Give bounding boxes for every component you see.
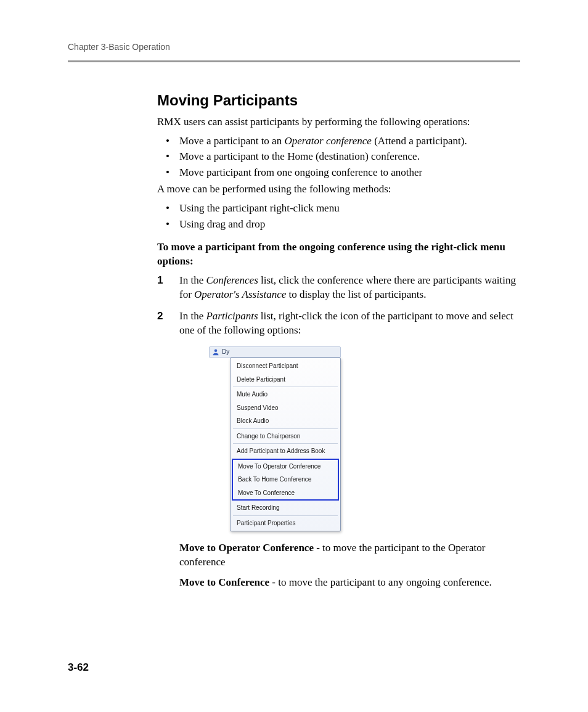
header-rule: [68, 60, 520, 62]
context-menu-figure: Dy Disconnect Participant Delete Partici…: [209, 346, 341, 531]
step-number: 1: [157, 274, 163, 288]
menu-item-suspend-video[interactable]: Suspend Video: [231, 401, 340, 415]
text-italic: Operator's Assistance: [194, 288, 286, 300]
menu-item-move-conference[interactable]: Move To Conference: [233, 486, 338, 500]
text: (Attend a participant).: [372, 135, 467, 147]
methods-list: Using the participant right-click menu U…: [157, 200, 520, 232]
menu-item-move-operator[interactable]: Move To Operator Conference: [233, 460, 338, 473]
text-italic: Operator conference: [284, 135, 371, 147]
text-bold: Move to Conference: [179, 576, 269, 588]
menu-separator: [233, 443, 338, 444]
instruction-heading: To move a participant from the ongoing c…: [157, 240, 520, 269]
text-bold: Move to Operator Conference: [179, 542, 314, 554]
step-number: 2: [157, 309, 163, 324]
page-number: 3-62: [68, 661, 89, 674]
section-title: Moving Participants: [157, 92, 520, 109]
participant-icon: [212, 348, 219, 356]
menu-item-mute-audio[interactable]: Mute Audio: [231, 388, 340, 401]
menu-item-back-home[interactable]: Back To Home Conference: [233, 473, 338, 486]
text: In the: [179, 310, 206, 322]
list-item: Move participant from one ongoing confer…: [157, 165, 520, 181]
text: to display the list of participants.: [286, 288, 426, 300]
svg-point-0: [214, 350, 218, 353]
move-operator-description: Move to Operator Conference - to move th…: [179, 541, 520, 570]
menu-separator: [233, 387, 338, 387]
menu-item-disconnect[interactable]: Disconnect Participant: [231, 359, 340, 373]
context-menu: Disconnect Participant Delete Participan…: [230, 358, 341, 531]
intro-paragraph: RMX users can assist participants by per…: [157, 115, 520, 129]
participant-row: Dy: [209, 346, 341, 358]
menu-item-properties[interactable]: Participant Properties: [231, 517, 340, 530]
menu-item-block-audio[interactable]: Block Audio: [231, 414, 340, 428]
page: Chapter 3-Basic Operation Moving Partici…: [0, 0, 588, 712]
text: - to move the participant to any ongoing…: [269, 576, 492, 588]
menu-separator: [233, 428, 338, 429]
move-conference-description: Move to Conference - to move the partici…: [179, 576, 520, 590]
menu-item-start-recording[interactable]: Start Recording: [231, 501, 340, 515]
participant-row-label: Dy: [222, 348, 229, 356]
text-italic: Participants: [206, 310, 258, 322]
body: Moving Participants RMX users can assist…: [157, 92, 520, 590]
menu-item-delete[interactable]: Delete Participant: [231, 373, 340, 387]
menu-item-add-address-book[interactable]: Add Participant to Address Book: [231, 444, 340, 458]
text-italic: Conferences: [206, 274, 258, 286]
menu-separator: [233, 515, 338, 516]
list-item: Using drag and drop: [157, 216, 520, 232]
text: Move a participant to an: [179, 135, 284, 147]
menu-highlight-group: Move To Operator Conference Back To Home…: [232, 459, 339, 501]
list-item: Using the participant right-click menu: [157, 200, 520, 216]
step-item: 1 In the Conferences list, click the con…: [157, 274, 520, 302]
text: In the: [179, 274, 206, 286]
steps-list: 1 In the Conferences list, click the con…: [157, 274, 520, 590]
menu-item-change-chairperson[interactable]: Change to Chairperson: [231, 430, 340, 443]
list-item: Move a participant to the Home (destinat…: [157, 149, 520, 165]
list-item: Move a participant to an Operator confer…: [157, 133, 520, 149]
chapter-header: Chapter 3-Basic Operation: [68, 42, 520, 52]
operations-list: Move a participant to an Operator confer…: [157, 133, 520, 181]
step-item: 2 In the Participants list, right-click …: [157, 309, 520, 590]
methods-intro: A move can be performed using the follow…: [157, 182, 520, 197]
